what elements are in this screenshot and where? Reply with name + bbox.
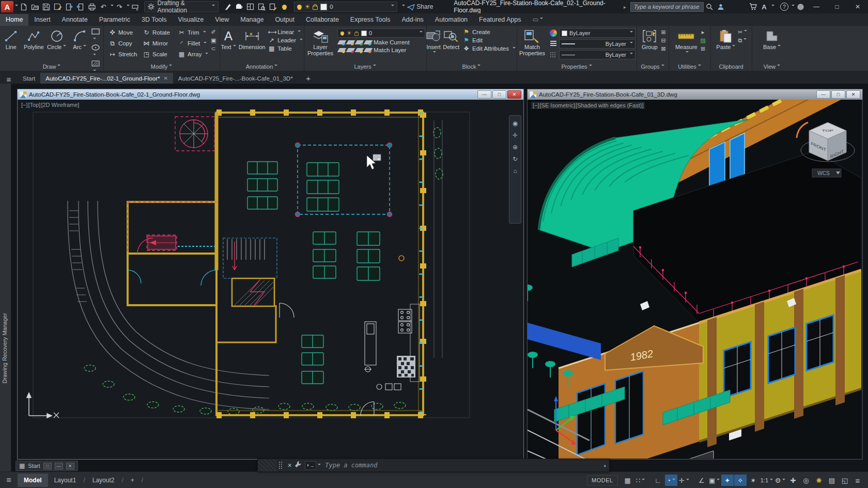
rectangle-tool-icon[interactable] (91, 28, 103, 43)
file-tab-menu-icon[interactable]: ≡ (0, 75, 18, 84)
layer-color-swatch[interactable] (320, 4, 327, 10)
tab-express-tools[interactable]: Express Tools (345, 14, 396, 26)
cut-button[interactable]: ✂ (738, 28, 747, 36)
explode-button[interactable]: ▣ (211, 37, 216, 44)
command-history-caret-icon[interactable]: ▴ (603, 463, 606, 468)
annotation-autoscale-button[interactable]: ✧ (734, 475, 747, 486)
layout2-tab[interactable]: Layout2 (86, 474, 121, 487)
annotation-scale-icon[interactable]: ✶ (747, 475, 760, 486)
drawing-recovery-panel-strip[interactable]: Drawing Recovery Manager (0, 84, 11, 471)
group-edit-button[interactable]: ⊟ (661, 37, 665, 44)
command-input[interactable] (321, 461, 603, 469)
make-current-button[interactable]: Make Current (337, 39, 425, 45)
linetype-dropdown[interactable]: ByLayer (559, 50, 636, 59)
minimize-window-button[interactable]: — (806, 1, 827, 13)
render-button[interactable] (233, 1, 244, 12)
start-maximize-button[interactable]: — (55, 463, 63, 469)
annotation-scale-value[interactable]: 1:1 (760, 475, 773, 486)
tab-view[interactable]: View (209, 14, 235, 26)
batch-plot-button[interactable] (130, 1, 141, 12)
command-close-icon[interactable]: ✕ (287, 462, 292, 469)
close-tab-icon[interactable]: ✕ (163, 75, 167, 81)
mirror-button[interactable]: ⋈Mirror (142, 38, 176, 49)
edit-block-button[interactable]: ⚑Edit (461, 37, 484, 44)
pan-icon[interactable]: ✛ (513, 132, 518, 139)
block-panel-label[interactable]: Block (426, 64, 517, 70)
tab-featured-apps[interactable]: Featured Apps (473, 14, 526, 26)
insert-block-button[interactable]: Insert (426, 27, 441, 56)
draw-panel-label[interactable]: Draw (0, 64, 103, 70)
save-button[interactable] (41, 1, 52, 12)
trim-button[interactable]: ✂Trim (177, 27, 210, 38)
copy-clip-button[interactable]: ⧉ (738, 37, 747, 44)
new-drawing-tab-button[interactable]: + (298, 74, 319, 84)
properties-panel-label[interactable]: Properties (517, 64, 637, 70)
edit-attributes-button[interactable]: ❖Edit Attributes (461, 45, 517, 52)
open-from-web-button[interactable] (64, 1, 75, 12)
match-properties-button[interactable]: Match Properties (518, 27, 547, 56)
doc-restore-button[interactable]: □ (492, 90, 506, 99)
redo-caret-icon[interactable] (125, 3, 130, 10)
linear-dimension-button[interactable]: ⟷Linear (267, 28, 302, 36)
grid-display-button[interactable]: ▦ (622, 475, 634, 486)
sign-in-icon[interactable] (715, 1, 726, 12)
tab-annotate[interactable]: Annotate (56, 14, 94, 26)
zoom-icon[interactable]: ⊕ (513, 144, 518, 151)
viewport3d-controls-visual-style[interactable]: [Shaded with edges (Fast)] (576, 102, 643, 108)
measure-button[interactable]: Measure (673, 27, 699, 56)
app-menu-button[interactable]: A (1, 1, 13, 12)
tab-visualize[interactable]: Visualize (173, 14, 210, 26)
steering-wheel-icon[interactable]: ◉ (513, 120, 518, 127)
viewport3d-controls-view[interactable]: [SE Isometric] (540, 102, 575, 108)
viewport3d-controls-minimize[interactable]: [−] (533, 102, 539, 108)
open-file-button[interactable] (29, 1, 41, 12)
view-panel-label[interactable]: View (752, 64, 792, 70)
viewport-controls-minimize[interactable]: [−] (21, 102, 28, 108)
command-prompt-chip[interactable] (305, 461, 316, 470)
qat-customize-caret-icon[interactable] (400, 3, 405, 10)
table-button[interactable]: ▦Table (267, 45, 293, 52)
3d-canvas[interactable]: 1982 (528, 100, 861, 459)
command-grip-dots[interactable] (278, 461, 283, 469)
isolate-objects-button[interactable]: ◎ (800, 475, 812, 486)
redo-button[interactable]: ↷ (114, 1, 125, 12)
workspace-switcher[interactable]: Drafting & Annotation (144, 1, 219, 12)
tab-insert[interactable]: Insert (28, 14, 56, 26)
copy-button[interactable]: ⧉Copy (107, 38, 141, 49)
wcs-menu[interactable]: WCS (812, 169, 841, 177)
start-restore-button[interactable]: □ (43, 463, 52, 469)
quick-select-button[interactable]: ▸ (702, 28, 705, 36)
layer-on-icon[interactable] (297, 5, 302, 9)
preview-button[interactable] (256, 1, 267, 12)
autodesk-account-button[interactable]: A (758, 1, 770, 12)
leader-button[interactable]: ↗Leader (267, 37, 304, 44)
quick-calculator-button[interactable]: ⊞ (701, 45, 705, 52)
dimension-button[interactable]: Dimension (238, 27, 266, 50)
orbit-icon[interactable]: ↻ (513, 155, 518, 163)
graphics-performance-button[interactable]: ✺ (813, 475, 825, 486)
match-layer-button[interactable]: Match Layer (337, 47, 425, 53)
model-space-toggle[interactable]: MODEL (587, 475, 618, 485)
dynamic-input-button[interactable]: ∠ (695, 475, 708, 486)
snap-mode-button[interactable]: ∷ (634, 475, 647, 486)
navigation-bar[interactable]: ◉ ✛ ⊕ ↻ ⌂ (509, 115, 521, 224)
fillet-button[interactable]: ◜Fillet (177, 38, 210, 49)
viewport-2d[interactable]: [−] [Top] [2D Wireframe] ◉ ✛ ⊕ ↻ ⌂ (18, 100, 522, 459)
doc3d-restore-button[interactable]: □ (831, 90, 845, 99)
clean-screen-button[interactable]: ◱ (839, 475, 851, 486)
select-similar-button[interactable]: ▨ (700, 37, 705, 44)
layer-thaw-icon[interactable]: ☀ (304, 3, 310, 10)
layout1-tab[interactable]: Layout1 (48, 474, 83, 487)
array-button[interactable]: ▦Array (177, 49, 210, 59)
workspace-switching-button[interactable]: ⚙ (774, 475, 786, 486)
viewcube-top-label[interactable]: TOP (822, 129, 833, 133)
start-window-minimized-bar[interactable]: ▦ Start □ — ✕ (16, 461, 78, 471)
detect-button[interactable]: Detect (443, 27, 459, 50)
file-tab-3d[interactable]: AutoCAD-FY25_Fire-...-Book-Cafe_01_3D* (173, 73, 298, 84)
command-line-palette[interactable]: ✕ ▴ (257, 459, 610, 472)
tab-collaborate[interactable]: Collaborate (300, 14, 345, 26)
layer-lock-icon[interactable] (313, 6, 318, 10)
undo-caret-icon[interactable] (109, 3, 114, 10)
drawing-window-2d-titlebar[interactable]: AutoCAD-FY25_Fire-Station-Book-Cafe_02-1… (18, 89, 523, 100)
text-button[interactable]: A Text (220, 27, 237, 50)
